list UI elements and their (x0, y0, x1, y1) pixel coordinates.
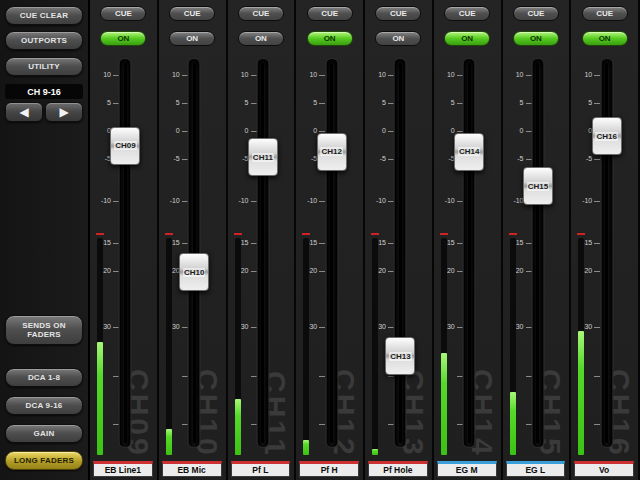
cue-button[interactable]: CUE (307, 6, 353, 21)
outports-button[interactable]: OUTPORTS (5, 31, 83, 50)
channel-name[interactable]: EB Mic (162, 461, 222, 477)
long-faders-button[interactable]: LONG FADERS (5, 451, 83, 470)
channel-name[interactable]: Pf Hole (368, 461, 428, 477)
fader-handle[interactable]: CH12 (317, 133, 347, 171)
right-arrow-icon: ▶ (59, 106, 68, 118)
channel-on-button[interactable]: ON (169, 31, 215, 46)
channel-strip: CUEON1050-5-10-15-20-30CH09CH09EB Line1 (90, 0, 159, 480)
channel-strip: CUEON1050-5-10-15-20-30CH16CH16Vo (571, 0, 640, 480)
fader-track[interactable] (394, 58, 407, 448)
level-meter (510, 238, 516, 455)
cue-button[interactable]: CUE (100, 6, 146, 21)
level-meter (97, 238, 103, 455)
level-meter (166, 238, 172, 455)
fader-track[interactable] (325, 58, 338, 448)
clip-indicator (165, 233, 173, 235)
fader-handle[interactable]: CH16 (592, 117, 622, 155)
clip-indicator (371, 233, 379, 235)
fader-handle[interactable]: CH15 (523, 167, 553, 205)
scale-tick-label: 0 (299, 127, 317, 134)
channel-strips: CUEON1050-5-10-15-20-30CH09CH09EB Line1C… (90, 0, 640, 480)
dca-1-8-button[interactable]: DCA 1-8 (5, 368, 83, 387)
fader-track[interactable] (256, 58, 269, 448)
scale-tick-label: 5 (506, 99, 524, 106)
scale-tick-label: 0 (437, 127, 455, 134)
clip-indicator (509, 233, 517, 235)
scale-tick-label: 5 (368, 99, 386, 106)
level-meter-fill (97, 342, 103, 455)
bank-prev-button[interactable]: ◀ (5, 102, 43, 122)
channel-on-button[interactable]: ON (375, 31, 421, 46)
clip-indicator (440, 233, 448, 235)
fader-handle-label: CH10 (183, 268, 205, 277)
level-meter (578, 238, 584, 455)
scale-tick-label: 0 (368, 127, 386, 134)
scale-tick-label: 5 (299, 99, 317, 106)
fader-track[interactable] (119, 58, 132, 448)
channel-on-button[interactable]: ON (444, 31, 490, 46)
level-meter (303, 238, 309, 455)
clip-indicator (302, 233, 310, 235)
cue-clear-button[interactable]: CUE CLEAR (5, 6, 83, 25)
channel-name[interactable]: Vo (574, 461, 634, 477)
level-meter-fill (303, 440, 309, 455)
utility-button[interactable]: UTILITY (5, 57, 83, 76)
clip-indicator (234, 233, 242, 235)
clip-indicator (577, 233, 585, 235)
channel-name[interactable]: EB Line1 (93, 461, 153, 477)
channel-on-button[interactable]: ON (307, 31, 353, 46)
cue-button[interactable]: CUE (444, 6, 490, 21)
level-meter-fill (166, 429, 172, 455)
scale-tick-label: 10 (231, 71, 249, 78)
sidebar: CUE CLEAR OUTPORTS UTILITY CH 9-16 ◀ ▶ S… (0, 0, 90, 480)
fader-handle-label: CH14 (458, 147, 480, 156)
channel-strip: CUEON1050-5-10-15-20-30CH15CH15EG L (503, 0, 572, 480)
channel-on-button[interactable]: ON (100, 31, 146, 46)
scale-tick-label: 10 (368, 71, 386, 78)
scale-tick-label: -5 (437, 155, 455, 162)
channel-strip: CUEON1050-5-10-15-20-30CH12CH12Pf H (296, 0, 365, 480)
scale-tick-label: -10 (299, 197, 317, 204)
level-meter-fill (510, 392, 516, 455)
scale-tick-label: -10 (162, 197, 180, 204)
scale-tick-label: 0 (506, 127, 524, 134)
scale-tick-label: -10 (93, 197, 111, 204)
sends-on-faders-button[interactable]: SENDS ON FADERS (5, 315, 83, 345)
scale-tick-label: -5 (506, 155, 524, 162)
bank-label: CH 9-16 (5, 84, 83, 99)
channel-on-button[interactable]: ON (582, 31, 628, 46)
scale-tick-label: -5 (162, 155, 180, 162)
bank-next-button[interactable]: ▶ (45, 102, 83, 122)
dca-9-16-button[interactable]: DCA 9-16 (5, 396, 83, 415)
channel-name[interactable]: EG L (506, 461, 566, 477)
scale-tick-label: -10 (437, 197, 455, 204)
level-meter-fill (372, 449, 378, 456)
channel-strip: CUEON1050-5-10-15-20-30CH14CH14EG M (434, 0, 503, 480)
channel-on-button[interactable]: ON (513, 31, 559, 46)
cue-button[interactable]: CUE (582, 6, 628, 21)
channel-name[interactable]: Pf H (299, 461, 359, 477)
scale-tick-label: 0 (574, 127, 592, 134)
fader-handle[interactable]: CH09 (110, 127, 140, 165)
fader-handle[interactable]: CH14 (454, 133, 484, 171)
cue-button[interactable]: CUE (169, 6, 215, 21)
scale-tick-label: -5 (299, 155, 317, 162)
fader-track[interactable] (463, 58, 476, 448)
fader-track[interactable] (531, 58, 544, 448)
scale-tick-label: 10 (162, 71, 180, 78)
channel-name[interactable]: EG M (437, 461, 497, 477)
fader-handle[interactable]: CH10 (179, 253, 209, 291)
scale-tick-label: -10 (368, 197, 386, 204)
cue-button[interactable]: CUE (513, 6, 559, 21)
scale-tick-label: 5 (231, 99, 249, 106)
cue-button[interactable]: CUE (375, 6, 421, 21)
channel-on-button[interactable]: ON (238, 31, 284, 46)
channel-name[interactable]: Pf L (231, 461, 291, 477)
scale-tick-label: -5 (93, 155, 111, 162)
fader-handle[interactable]: CH11 (248, 138, 278, 176)
scale-tick-label: 5 (574, 99, 592, 106)
fader-handle[interactable]: CH13 (385, 337, 415, 375)
scale-tick-label: -5 (574, 155, 592, 162)
cue-button[interactable]: CUE (238, 6, 284, 21)
gain-button[interactable]: GAIN (5, 424, 83, 443)
